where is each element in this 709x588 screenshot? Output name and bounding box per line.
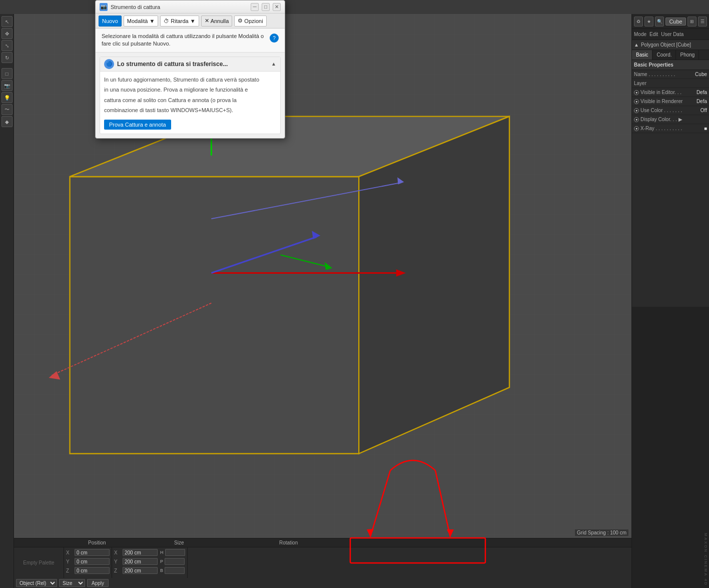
x-size-input[interactable]: [123, 549, 158, 556]
bookmark-icon[interactable]: ★: [644, 17, 653, 27]
dialog-info-row: Selezionare la modalità di cattura utili…: [96, 29, 285, 53]
prop-visible-renderer-value: Defa: [687, 99, 707, 104]
search-icon[interactable]: 🔍: [655, 17, 664, 27]
dialog-title-icon: 📷: [100, 3, 108, 11]
display-color-dot[interactable]: ●: [634, 117, 639, 122]
x-size-row: X H: [114, 548, 185, 556]
xray-dot[interactable]: ●: [634, 126, 639, 131]
layers-icon[interactable]: ☰: [698, 17, 707, 27]
delay-icon: ⏱: [164, 18, 169, 24]
object-label: Polygon Object [Cube]: [641, 42, 691, 48]
y-size-input[interactable]: [123, 558, 158, 565]
prop-visible-editor-label: Visible in Editor. . .: [640, 90, 687, 95]
coll-body-p1: In un futuro aggiornamento, Strumento di…: [104, 76, 276, 84]
z-pos-label: Z: [66, 568, 73, 573]
x-position-row: X: [66, 548, 110, 556]
left-icon-camera[interactable]: 📷: [2, 80, 13, 91]
delay-button[interactable]: ⏱ Ritarda ▼: [160, 16, 199, 27]
tab-basic[interactable]: Basic: [632, 50, 652, 60]
apply-button[interactable]: Apply: [87, 579, 109, 587]
prop-xray-value: ■: [687, 126, 707, 131]
props-object-row: ▲ Polygon Object [Cube]: [632, 40, 709, 50]
prop-xray: ● X-Ray . . . . . . . . . . ■: [632, 124, 709, 133]
left-icon-poly[interactable]: ◆: [2, 116, 13, 127]
new-button[interactable]: Nuovo: [99, 16, 122, 27]
chevron-up-icon: ▲: [271, 61, 276, 67]
visible-renderer-dot[interactable]: ●: [634, 99, 639, 104]
h-label: H: [160, 550, 164, 555]
mode-button[interactable]: Modalità ▼: [124, 16, 158, 27]
left-icon-rotate[interactable]: ↻: [2, 52, 13, 63]
prop-use-color-value: Off: [687, 108, 707, 113]
object-rel-select[interactable]: Object (Rel) Object (Abs) World: [16, 579, 57, 587]
tab-coord[interactable]: Coord.: [652, 50, 676, 60]
properties-panel: Mode Edit User Data ▲ Polygon Object [Cu…: [632, 29, 709, 307]
left-icon-object[interactable]: □: [2, 68, 13, 79]
size-select[interactable]: Size Scale: [59, 579, 85, 587]
mode-item-userdata[interactable]: User Data: [661, 32, 683, 37]
options-button[interactable]: ⚙ Opzioni: [234, 16, 266, 27]
z-size-label: Z: [114, 568, 121, 573]
left-icon-move[interactable]: ✥: [2, 28, 13, 39]
collapsible-header[interactable]: 🔵 Lo strumento di cattura si trasferisce…: [100, 57, 280, 72]
dialog-minimize-button[interactable]: ─: [251, 3, 259, 11]
empty-palette-area: Empty Palette: [14, 547, 64, 578]
b-label: B: [160, 568, 163, 573]
x-position-input[interactable]: [75, 549, 110, 556]
visible-editor-dot[interactable]: ●: [634, 90, 639, 95]
delay-label: Ritarda: [171, 18, 188, 24]
bottom-column-headers: Position Size Rotation: [14, 538, 631, 547]
collapsible-body: In un futuro aggiornamento, Strumento di…: [100, 72, 280, 134]
options-label: Opzioni: [244, 18, 263, 24]
use-color-dot[interactable]: ●: [634, 108, 639, 113]
bottom-status-bar: Position Size Rotation Empty Palette X Y…: [14, 538, 631, 588]
left-icon-select[interactable]: ↖: [2, 16, 13, 27]
prop-xray-label: X-Ray . . . . . . . . . .: [640, 126, 687, 131]
x-pos-label: X: [66, 550, 73, 555]
z-size-input[interactable]: [123, 567, 158, 574]
dialog-info-text: Selezionare la modalità di cattura utili…: [102, 33, 266, 48]
position-header: Position: [88, 540, 128, 545]
prop-display-color: ● Display Color. . . ▶: [632, 115, 709, 124]
cancel-button[interactable]: ✕ Annulla: [201, 16, 233, 27]
left-icon-scale[interactable]: ⤡: [2, 40, 13, 51]
cancel-icon: ✕: [205, 18, 209, 24]
coll-body-p4: combinazione di tasti tasto WINDOWS+MAIU…: [104, 106, 276, 115]
mode-label: Modalità: [127, 18, 148, 24]
grid-icon[interactable]: ⊞: [687, 17, 696, 27]
right-properties-panel: ♻ ★ 🔍 Cube ⊞ ☰ Mode Edit User Data ▲ Pol…: [631, 14, 709, 588]
try-capture-button[interactable]: Prova Cattura e annota: [104, 120, 171, 130]
help-icon[interactable]: ?: [270, 34, 279, 43]
x-size-label: X: [114, 550, 121, 555]
mode-item-mode[interactable]: Mode: [634, 32, 646, 37]
z-size-row: Z B: [114, 566, 185, 574]
mode-item-edit[interactable]: Edit: [649, 32, 658, 37]
prop-display-color-label: Display Color. . . ▶: [640, 117, 687, 122]
prop-visible-renderer-label: Visible in Renderer: [640, 99, 687, 104]
dialog-collapsible: 🔵 Lo strumento di cattura si trasferisce…: [100, 57, 281, 134]
prop-layer-label: Layer: [634, 81, 687, 86]
tab-phong[interactable]: Phong: [676, 50, 699, 60]
refresh-icon[interactable]: ♻: [634, 17, 643, 27]
y-position-input[interactable]: [75, 558, 110, 565]
h-input[interactable]: [165, 549, 185, 556]
help-label: ?: [273, 36, 276, 41]
left-toolbar: ↖ ✥ ⤡ ↻ □ 📷 💡 〜 ◆: [0, 14, 14, 588]
y-position-row: Y: [66, 557, 110, 565]
z-position-row: Z: [66, 566, 110, 574]
p-input[interactable]: [165, 558, 185, 565]
z-position-input[interactable]: [75, 567, 110, 574]
collapsible-icon: 🔵: [104, 59, 114, 69]
y-pos-label: Y: [66, 559, 73, 564]
left-icon-spline[interactable]: 〜: [2, 104, 13, 115]
position-fields: X Y Z: [64, 547, 112, 578]
prop-name-label: Name . . . . . . . . . .: [634, 72, 687, 77]
left-icon-light[interactable]: 💡: [2, 92, 13, 103]
prop-visible-editor-value: Defa: [687, 90, 707, 95]
empty-palette-label: Empty Palette: [23, 560, 54, 565]
dialog-maximize-button[interactable]: □: [262, 3, 270, 11]
rotation-header: Rotation: [279, 540, 319, 545]
dialog-close-button[interactable]: ✕: [273, 3, 281, 11]
b-input[interactable]: [165, 567, 185, 574]
prop-use-color-label: Use Color . . . . . . .: [640, 108, 687, 113]
